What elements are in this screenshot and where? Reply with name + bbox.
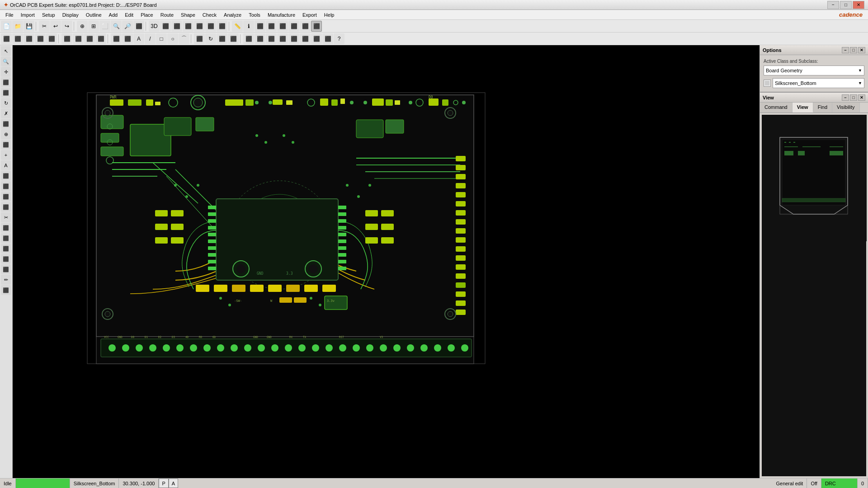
tb2-mirror[interactable]: ⬛ bbox=[194, 33, 205, 44]
tb2-sel[interactable]: ⬛ bbox=[1, 33, 12, 44]
options-close[interactable]: ✕ bbox=[858, 47, 865, 53]
tb2-trace[interactable]: ⬛ bbox=[46, 33, 57, 44]
tb2-back[interactable]: ⬛ bbox=[311, 33, 322, 44]
menu-export[interactable]: Export bbox=[299, 11, 321, 19]
menu-file[interactable]: File bbox=[2, 11, 17, 19]
restore-button[interactable]: □ bbox=[840, 1, 852, 9]
tb-drc[interactable]: ⬛ bbox=[217, 21, 227, 32]
lt-add[interactable]: + bbox=[1, 150, 11, 160]
lt-rotate[interactable]: ↻ bbox=[1, 98, 11, 108]
lt-pen[interactable]: ✏ bbox=[1, 275, 11, 285]
tabs-minimize[interactable]: − bbox=[842, 94, 849, 101]
pcb-canvas[interactable]: PWR D0 bbox=[13, 45, 760, 478]
tb2-part[interactable]: ⬛ bbox=[111, 33, 122, 44]
tb2-add-connect[interactable]: ⬛ bbox=[61, 33, 72, 44]
tb2-slide[interactable]: ⬛ bbox=[73, 33, 84, 44]
tb-ratsnest[interactable]: ⬛ bbox=[205, 21, 216, 32]
menu-shape[interactable]: Shape bbox=[177, 11, 199, 19]
lt-move[interactable]: ✛ bbox=[1, 67, 11, 77]
tb2-align[interactable]: ⬛ bbox=[217, 33, 227, 44]
tb2-via[interactable]: ⬛ bbox=[35, 33, 46, 44]
tb2-delay[interactable]: ⬛ bbox=[95, 33, 106, 44]
lt-delete[interactable]: ✗ bbox=[1, 108, 11, 118]
lt-via[interactable]: ⊕ bbox=[1, 129, 11, 139]
tb2-fwd[interactable]: ⬛ bbox=[322, 33, 333, 44]
subclass-dropdown[interactable]: Silkscreen_Bottom ▼ bbox=[773, 78, 864, 88]
tb-zoom-fit[interactable]: ⬜ bbox=[99, 21, 110, 32]
menu-edit[interactable]: Edit bbox=[121, 11, 137, 19]
class-dropdown[interactable]: Board Geometry ▼ bbox=[764, 66, 864, 75]
tb-info[interactable]: ℹ bbox=[243, 21, 254, 32]
tb-visibility[interactable]: ⬛ bbox=[194, 21, 205, 32]
lt-rat[interactable]: ⬛ bbox=[1, 202, 11, 212]
tab-view[interactable]: View bbox=[793, 103, 813, 113]
tb-measure[interactable]: 📏 bbox=[232, 21, 243, 32]
tb-save[interactable]: 💾 bbox=[24, 21, 34, 32]
tb2-custom[interactable]: ⬛ bbox=[84, 33, 95, 44]
tb-snap[interactable]: ⊕ bbox=[77, 21, 88, 32]
lt-shape[interactable]: ⬛ bbox=[1, 140, 11, 150]
tb2-net[interactable]: ⬛ bbox=[12, 33, 23, 44]
tb-undo[interactable]: ↩ bbox=[50, 21, 61, 32]
menu-check[interactable]: Check bbox=[199, 11, 220, 19]
lt-cut[interactable]: ✂ bbox=[1, 212, 11, 222]
menu-setup[interactable]: Setup bbox=[38, 11, 59, 19]
menu-analyze[interactable]: Analyze bbox=[220, 11, 245, 19]
lt-3d2[interactable]: ⬛ bbox=[1, 264, 11, 274]
lt-prop[interactable]: ⬛ bbox=[1, 181, 11, 191]
tb-sim[interactable]: ⬛ bbox=[300, 21, 311, 32]
tb2-rect[interactable]: □ bbox=[156, 33, 167, 44]
menu-route[interactable]: Route bbox=[157, 11, 177, 19]
minimize-button[interactable]: − bbox=[827, 1, 839, 9]
tb2-next[interactable]: ⬛ bbox=[277, 33, 288, 44]
lt-select[interactable]: ↖ bbox=[1, 46, 11, 56]
tb2-rotate[interactable]: ↻ bbox=[205, 33, 216, 44]
lt-dim[interactable]: ⬛ bbox=[1, 171, 11, 181]
lt-net[interactable]: ⬛ bbox=[1, 244, 11, 253]
tb-grid[interactable]: ⊞ bbox=[88, 21, 99, 32]
menu-manufacture[interactable]: Manufacture bbox=[264, 11, 299, 19]
options-minimize[interactable]: − bbox=[842, 47, 849, 53]
tb2-arc[interactable]: ⌒ bbox=[179, 33, 189, 44]
lt-ecad[interactable]: ⬛ bbox=[1, 254, 11, 264]
menu-tools[interactable]: Tools bbox=[245, 11, 264, 19]
lt-text[interactable]: A bbox=[1, 160, 11, 170]
tb2-fp[interactable]: ⬛ bbox=[255, 33, 265, 44]
lt-check[interactable]: ⬛ bbox=[1, 192, 11, 202]
menu-help[interactable]: Help bbox=[321, 11, 338, 19]
tb-zoom-out[interactable]: 🔎 bbox=[122, 21, 133, 32]
status-p-btn[interactable]: P bbox=[159, 479, 168, 488]
tabs-restore[interactable]: □ bbox=[850, 94, 857, 101]
tb2-text[interactable]: A bbox=[133, 33, 144, 44]
tb-script[interactable]: ⬛ bbox=[266, 21, 277, 32]
tab-visibility[interactable]: Visibility bbox=[832, 103, 860, 113]
lt-zoom[interactable]: 🔍 bbox=[1, 56, 11, 66]
tb-zoom-in[interactable]: 🔍 bbox=[111, 21, 122, 32]
tb-zoom-area[interactable]: ⬛ bbox=[133, 21, 144, 32]
lt-copy[interactable]: ⬛ bbox=[1, 77, 11, 87]
tb-cut[interactable]: ✂ bbox=[39, 21, 50, 32]
close-button[interactable]: ✕ bbox=[853, 1, 864, 9]
lt-fix[interactable]: ⬛ bbox=[1, 223, 11, 233]
lt-route[interactable]: ⬛ bbox=[1, 119, 11, 129]
tb2-symbol[interactable]: ⬛ bbox=[122, 33, 133, 44]
lt-unfx[interactable]: ⬛ bbox=[1, 233, 11, 243]
tb2-spread[interactable]: ⬛ bbox=[243, 33, 254, 44]
tb-open[interactable]: 📁 bbox=[12, 21, 23, 32]
tb2-help2[interactable]: ? bbox=[334, 33, 344, 44]
tb-ecad[interactable]: ⬛ bbox=[288, 21, 299, 32]
menu-outline[interactable]: Outline bbox=[82, 11, 105, 19]
tab-command[interactable]: Command bbox=[760, 103, 793, 113]
tabs-close[interactable]: ✕ bbox=[858, 94, 865, 101]
tb-assign[interactable]: ⬛ bbox=[277, 21, 288, 32]
lt-rule[interactable]: ⬛ bbox=[1, 285, 11, 295]
tb2-undo2[interactable]: ⬛ bbox=[266, 33, 277, 44]
menu-add[interactable]: Add bbox=[105, 11, 122, 19]
tb-new[interactable]: 📄 bbox=[1, 21, 12, 32]
tb2-prev[interactable]: ⬛ bbox=[288, 33, 299, 44]
tb2-comp[interactable]: ⬛ bbox=[24, 33, 34, 44]
lt-mirror[interactable]: ⬛ bbox=[1, 88, 11, 98]
menu-place[interactable]: Place bbox=[137, 11, 157, 19]
menu-import[interactable]: Import bbox=[17, 11, 38, 19]
tb2-line[interactable]: / bbox=[145, 33, 156, 44]
